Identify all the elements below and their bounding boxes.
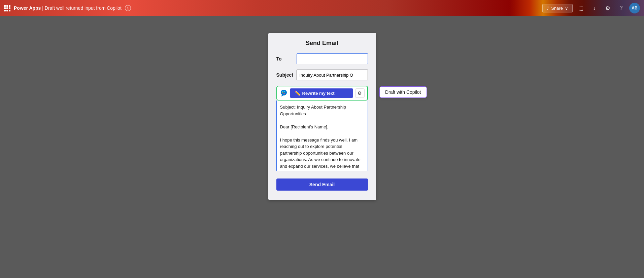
share-icon: ⤴ (547, 6, 549, 11)
tune-button[interactable]: ⚙ (355, 88, 365, 98)
share-button[interactable]: ⤴ Share ∨ (542, 4, 573, 12)
subject-row: Subject (276, 70, 368, 80)
rewrite-icon: ✏️ (295, 90, 300, 96)
topbar-left: Power Apps | Draft well returned input f… (4, 5, 542, 11)
download-button[interactable]: ↓ (589, 3, 600, 13)
send-email-button[interactable]: Send Email (276, 178, 368, 191)
topbar-right: ⤴ Share ∨ ⬚ ↓ ⚙ ? AB (542, 3, 640, 13)
card-title: Send Email (276, 40, 368, 47)
rewrite-label: Rewrite my text (302, 91, 335, 96)
subject-input[interactable] (297, 70, 368, 80)
to-label: To (276, 56, 297, 62)
topbar-title: Power Apps | Draft well returned input f… (14, 5, 122, 11)
draft-copilot-button[interactable]: Draft with Copilot (379, 86, 427, 98)
copilot-toolbar: ✏️ Rewrite my text ⚙ (276, 86, 368, 101)
topbar: Power Apps | Draft well returned input f… (0, 0, 644, 16)
email-body-wrapper (276, 101, 368, 172)
settings-button[interactable]: ⚙ (602, 3, 613, 13)
copilot-toolbar-wrapper: ✏️ Rewrite my text ⚙ Draft with Copilot (276, 86, 368, 101)
share-label: Share (551, 6, 563, 11)
download-icon: ↓ (593, 5, 596, 11)
email-body-input[interactable] (276, 101, 368, 171)
info-icon[interactable]: ℹ (125, 5, 131, 11)
tune-icon: ⚙ (358, 90, 362, 96)
to-row: To (276, 53, 368, 64)
svg-point-0 (282, 92, 283, 93)
svg-point-1 (284, 92, 285, 93)
draft-copilot-label: Draft with Copilot (385, 89, 421, 95)
help-button[interactable]: ? (616, 3, 626, 13)
avatar[interactable]: AB (629, 3, 640, 13)
subject-label: Subject (276, 72, 297, 78)
settings-icon: ⚙ (605, 5, 610, 11)
grid-icon[interactable] (4, 5, 10, 11)
to-input[interactable] (297, 53, 368, 64)
app-name: Power Apps (14, 5, 41, 11)
chevron-down-icon: ∨ (565, 6, 568, 11)
help-icon: ? (620, 5, 623, 11)
copilot-logo-icon (280, 89, 288, 97)
email-card: Send Email To Subject (268, 33, 376, 200)
comment-button[interactable]: ⬚ (575, 3, 586, 13)
topbar-draft-title: Draft well returned input from Copilot (45, 5, 122, 11)
comment-icon: ⬚ (578, 5, 583, 11)
rewrite-button[interactable]: ✏️ Rewrite my text (290, 88, 353, 98)
main-content: Send Email To Subject (0, 16, 644, 278)
